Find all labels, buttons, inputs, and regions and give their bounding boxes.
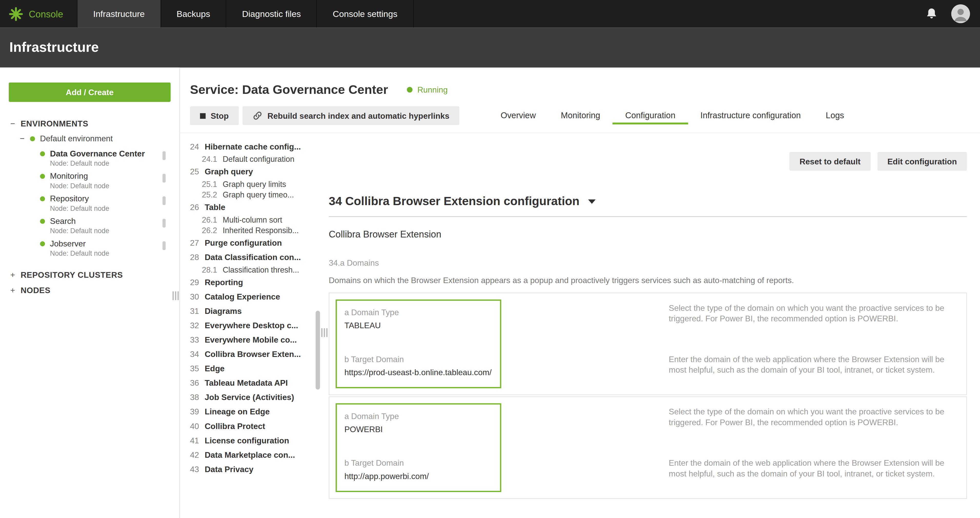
scrollbar-thumb[interactable]	[315, 311, 320, 389]
service-actions: Stop Rebuild search index and automatic …	[190, 106, 980, 125]
config-section-item[interactable]: 25.1 Graph query limits	[190, 179, 315, 189]
sidebar-resize-handle[interactable]	[172, 291, 179, 300]
reset-to-default-button[interactable]: Reset to default	[789, 152, 870, 171]
target-domain-value[interactable]: http://app.powerbi.com/	[344, 471, 492, 481]
config-section-number: 41	[190, 436, 199, 445]
status-dot	[407, 87, 412, 92]
brand-name: Console	[29, 8, 63, 19]
service-tab[interactable]: Infrastructure configuration	[688, 107, 813, 124]
config-list-scrollbar[interactable]	[315, 138, 320, 505]
drag-handle[interactable]	[162, 196, 165, 205]
config-section-item[interactable]: 30 Catalog Experience	[190, 290, 315, 304]
config-section-item[interactable]: 26 Table	[190, 200, 315, 214]
minus-icon[interactable]: −	[10, 119, 16, 128]
config-section-item[interactable]: 31 Diagrams	[190, 304, 315, 318]
service-name: Repository	[50, 194, 109, 203]
domain-type-value[interactable]: POWERBI	[344, 424, 492, 434]
service-tab[interactable]: Logs	[813, 107, 857, 124]
topnav-tab[interactable]: Diagnostic files	[226, 0, 317, 27]
config-section-label: Graph query timeo...	[223, 190, 294, 199]
domain-type-value[interactable]: TABLEAU	[344, 321, 492, 330]
config-section-item[interactable]: 34 Collibra Browser Exten...	[190, 347, 315, 361]
sidebar-section-label: ENVIRONMENTS	[21, 119, 88, 128]
sidebar-service-item[interactable]: Repository Node: Default node	[0, 192, 180, 215]
target-domain-value[interactable]: https://prod-useast-b.online.tableau.com…	[344, 368, 492, 377]
config-section-number: 38	[190, 393, 199, 402]
config-section-item[interactable]: 38 Job Service (Activities)	[190, 390, 315, 405]
service-node: Node: Default node	[50, 182, 109, 189]
panel-actions: Reset to default Edit configuration	[329, 152, 967, 171]
edit-configuration-button[interactable]: Edit configuration	[877, 152, 967, 171]
drag-handle[interactable]	[162, 241, 165, 250]
sidebar-service-item[interactable]: Data Governance Center Node: Default nod…	[0, 147, 180, 169]
config-section-item[interactable]: 25.2 Graph query timeo...	[190, 190, 315, 200]
config-section-item[interactable]: 26.1 Multi-column sort	[190, 214, 315, 225]
target-domain-field: b Target Domain http://app.powerbi.com/	[344, 458, 492, 481]
config-section-item[interactable]: 24.1 Default configuration	[190, 154, 315, 164]
config-section-number: 35	[190, 364, 199, 373]
panel-resize-handle[interactable]	[321, 328, 327, 337]
sidebar-item-default-environment[interactable]: − Default environment	[0, 131, 180, 147]
rebuild-search-index-button[interactable]: Rebuild search index and automatic hyper…	[242, 106, 459, 125]
config-section-number: 28	[190, 253, 199, 262]
config-section-label: Hibernate cache config...	[205, 142, 301, 151]
drag-handle[interactable]	[162, 174, 165, 183]
domain-fieldset[interactable]: a Domain Type TABLEAU b Target Domain ht…	[336, 300, 501, 388]
sidebar-section[interactable]: + REPOSITORY CLUSTERS	[0, 267, 180, 282]
config-section-number: 25.1	[202, 180, 217, 188]
config-section-item[interactable]: 40 Collibra Protect	[190, 419, 315, 434]
domain-fieldset[interactable]: a Domain Type POWERBI b Target Domain ht…	[336, 403, 501, 492]
config-section-item[interactable]: 28.1 Classification thresh...	[190, 265, 315, 275]
config-section-item[interactable]: 24 Hibernate cache config...	[190, 140, 315, 154]
config-section-item[interactable]: 43 Data Privacy	[190, 462, 315, 477]
plus-icon[interactable]: +	[10, 286, 16, 295]
config-section-item[interactable]: 32 Everywhere Desktop c...	[190, 318, 315, 333]
config-section-item[interactable]: 35 Edge	[190, 361, 315, 376]
config-section-title: 34 Collibra Browser Extension configurat…	[329, 194, 579, 208]
stop-button[interactable]: Stop	[190, 106, 239, 125]
sidebar-service-item[interactable]: Search Node: Default node	[0, 214, 180, 237]
config-section-item[interactable]: 41 License configuration	[190, 434, 315, 448]
config-section-label: Data Marketplace con...	[205, 450, 295, 459]
config-section-item[interactable]: 33 Everywhere Mobile co...	[190, 333, 315, 347]
sidebar-section-environments[interactable]: − ENVIRONMENTS	[0, 116, 180, 131]
help-text-domain-type: Select the type of the domain on which y…	[669, 303, 951, 324]
config-section-number: 43	[190, 465, 199, 474]
config-section-item[interactable]: 42 Data Marketplace con...	[190, 448, 315, 462]
drag-handle[interactable]	[162, 219, 165, 228]
status-dot	[40, 151, 45, 156]
service-status: Running	[407, 85, 448, 95]
topnav-tab-label: Diagnostic files	[242, 9, 301, 19]
section-divider	[329, 217, 967, 217]
topnav-tab[interactable]: Console settings	[317, 0, 414, 27]
config-section-item[interactable]: 39 Lineage on Edge	[190, 405, 315, 419]
notifications-bell-icon[interactable]	[926, 8, 937, 20]
config-section-item[interactable]: 25 Graph query	[190, 164, 315, 179]
config-section-label: Graph query	[205, 167, 253, 177]
topnav-tab[interactable]: Backups	[160, 0, 226, 27]
config-section-number: 29	[190, 278, 199, 287]
infrastructure-tree: − ENVIRONMENTS − Default environment Dat…	[0, 116, 180, 298]
service-node: Node: Default node	[50, 250, 109, 257]
drag-handle[interactable]	[162, 151, 165, 160]
service-node: Node: Default node	[50, 227, 109, 234]
user-avatar[interactable]	[951, 4, 970, 23]
sidebar-section[interactable]: + NODES	[0, 282, 180, 298]
config-section-item[interactable]: 36 Tableau Metadata API	[190, 376, 315, 390]
chevron-down-icon[interactable]	[588, 199, 596, 204]
sidebar-service-item[interactable]: Jobserver Node: Default node	[0, 237, 180, 260]
topnav-tab[interactable]: Infrastructure	[77, 0, 160, 27]
config-section-label: Graph query limits	[223, 180, 286, 188]
config-section-item[interactable]: 28 Data Classification con...	[190, 250, 315, 265]
config-section-item[interactable]: 27 Purge configuration	[190, 236, 315, 250]
sidebar-service-item[interactable]: Monitoring Node: Default node	[0, 169, 180, 192]
service-tab[interactable]: Overview	[488, 107, 548, 124]
config-section-item[interactable]: 29 Reporting	[190, 275, 315, 290]
minus-icon[interactable]: −	[19, 134, 25, 143]
brand[interactable]: Console	[0, 0, 77, 27]
add-create-button[interactable]: Add / Create	[9, 83, 170, 102]
plus-icon[interactable]: +	[10, 270, 16, 279]
service-tab[interactable]: Monitoring	[548, 107, 612, 124]
service-tab[interactable]: Configuration	[612, 107, 688, 124]
config-section-item[interactable]: 26.2 Inherited Responsib...	[190, 225, 315, 236]
